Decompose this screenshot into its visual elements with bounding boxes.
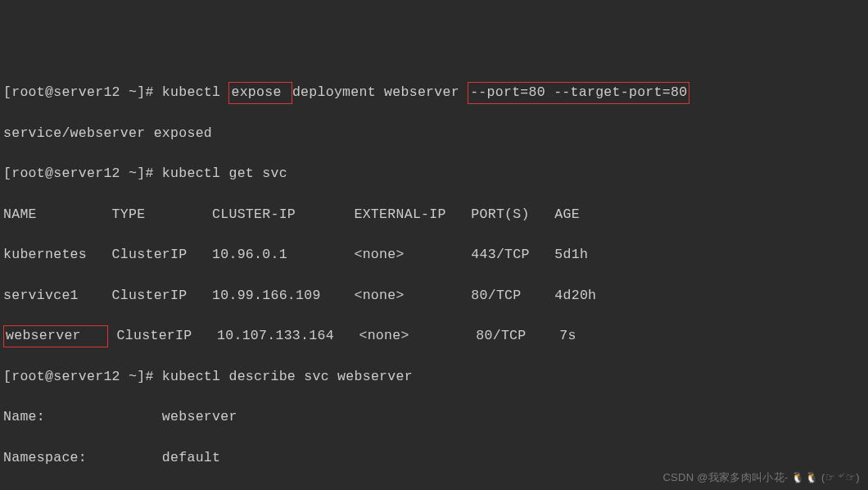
cmd-line-2: [root@server12 ~]# kubectl get svc: [3, 164, 865, 184]
svc-row-rest: ClusterIP 10.107.133.164 <none> 80/TCP 7…: [108, 328, 576, 343]
cmd-line-1: [root@server12 ~]# kubectl expose deploy…: [3, 83, 865, 103]
describe-line: Namespace: default: [3, 448, 865, 469]
describe-line: Name: webserver: [3, 407, 865, 428]
highlight-expose: expose: [228, 82, 292, 104]
shell-prompt[interactable]: [root@server12 ~]#: [3, 166, 162, 181]
svc-header: NAME TYPE CLUSTER-IP EXTERNAL-IP PORT(S)…: [3, 205, 865, 225]
svc-row: kubernetes ClusterIP 10.96.0.1 <none> 44…: [3, 245, 865, 265]
cmd-part: deployment webserver: [292, 84, 468, 100]
svc-row: webserver ClusterIP 10.107.133.164 <none…: [3, 326, 865, 347]
output-line: service/webserver exposed: [3, 124, 865, 144]
highlight-port-args: --port=80 --target-port=80: [468, 82, 689, 104]
shell-prompt[interactable]: [root@server12 ~]#: [3, 369, 162, 384]
shell-prompt[interactable]: [root@server12 ~]#: [3, 84, 162, 100]
highlight-webserver: webserver: [3, 325, 108, 347]
cmd-line-3: [root@server12 ~]# kubectl describe svc …: [3, 367, 865, 388]
svc-row: servivce1 ClusterIP 10.99.166.109 <none>…: [3, 286, 865, 306]
cmd-part: kubectl: [162, 84, 229, 100]
watermark: CSDN @我家多肉叫小花- 🐧🐧 (☞ ৺ ☞): [662, 470, 860, 486]
cmd-text: kubectl describe svc webserver: [162, 369, 413, 384]
cmd-text: kubectl get svc: [162, 166, 287, 181]
